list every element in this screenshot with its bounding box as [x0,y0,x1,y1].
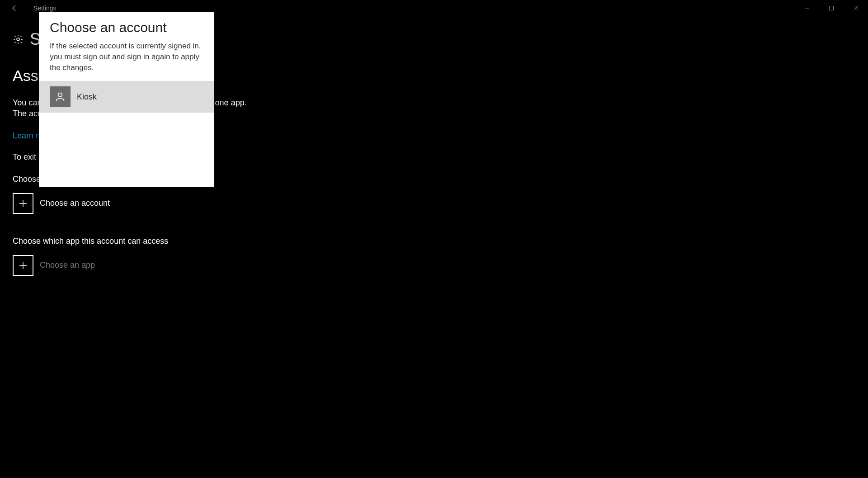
back-button[interactable] [8,2,21,14]
account-item-kiosk[interactable]: Kiosk [39,81,214,113]
choose-account-text: Choose an account [40,199,110,208]
account-name: Kiosk [77,92,97,102]
minimize-button[interactable] [795,0,819,16]
person-icon [50,86,71,107]
svg-point-9 [58,93,62,97]
maximize-button[interactable] [819,0,844,16]
choose-account-dialog: Choose an account If the selected accoun… [39,12,214,187]
plus-icon [13,193,33,214]
choose-app-button[interactable]: Choose an app [13,255,855,276]
window-title: Settings [33,5,57,12]
svg-rect-1 [830,6,834,10]
choose-app-text: Choose an app [40,260,95,270]
choose-app-section-label: Choose which app this account can access [13,237,855,246]
choose-account-button[interactable]: Choose an account [13,193,855,214]
dialog-title: Choose an account [39,12,214,41]
close-button[interactable] [844,0,868,16]
svg-point-4 [17,38,19,41]
dialog-body: If the selected account is currently sig… [39,41,214,81]
window-controls [795,0,868,16]
gear-icon [13,34,24,45]
plus-icon [13,255,33,276]
